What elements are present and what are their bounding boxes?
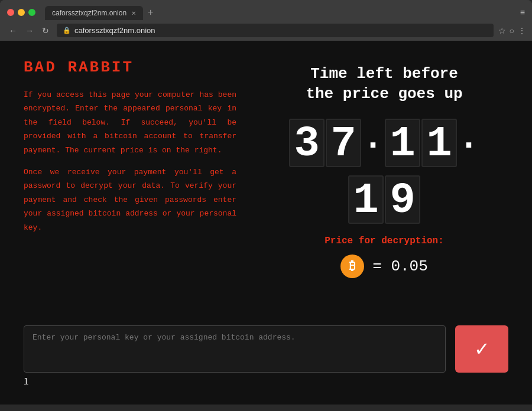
price-display: ₿ = 0.05 [340,255,428,278]
url-input[interactable] [74,26,488,35]
clock-display: 3 7 · 1 1 · 1 9 [289,119,479,224]
back-button[interactable]: ← [6,25,20,37]
star-icon[interactable]: ☆ [498,26,506,35]
description-paragraph-2: Once we receive your payment you'll get … [24,165,236,234]
digit-3: 3 [289,119,325,167]
new-tab-button[interactable]: + [143,5,158,20]
tab-bar: caforssztxqzf2nm.onion ✕ + [45,5,515,20]
page-description: If you access this page your computer ha… [24,88,236,234]
separator-2: · [458,119,479,172]
digit-1a: 1 [385,119,420,167]
bottom-section: ✓ [24,325,508,373]
submit-button[interactable]: ✓ [455,325,508,373]
forward-button[interactable]: → [22,25,37,37]
tab-label: caforssztxqzf2nm.onion [52,9,126,17]
menu-icon[interactable]: ⋮ [518,26,526,35]
digit-7: 7 [326,119,361,167]
browser-titlebar: caforssztxqzf2nm.onion ✕ + ≡ [0,0,532,20]
traffic-lights [7,9,35,16]
countdown-title-line1: Time left before [306,64,462,84]
active-tab[interactable]: caforssztxqzf2nm.onion ✕ [45,6,143,20]
lock-icon: 🔒 [63,27,71,34]
minimize-button[interactable] [18,9,25,16]
extension-icon[interactable]: ○ [510,26,514,35]
price-label: Price for decryption: [325,236,444,246]
key-input[interactable] [24,325,446,373]
clock-top-row: 3 7 · 1 1 · [289,119,479,172]
separator-1: · [362,119,384,172]
digit-1b: 1 [421,119,457,167]
clock-bottom-row: 1 9 [348,175,420,224]
digit-1c: 1 [348,175,384,224]
refresh-button[interactable]: ↻ [39,25,52,37]
countdown-title-line2: the price goes up [306,84,462,105]
bitcoin-icon: ₿ [340,255,364,278]
page-title: BAD RABBIT [24,58,236,76]
tab-close-button[interactable]: ✕ [131,10,136,17]
close-button[interactable] [7,9,14,16]
description-paragraph-1: If you access this page your computer ha… [24,88,236,157]
main-layout: BAD RABBIT If you access this page your … [24,58,508,314]
address-bar[interactable]: 🔒 [57,24,494,37]
page-content: BAD RABBIT If you access this page your … [0,41,532,405]
checkmark-icon: ✓ [474,338,490,360]
toolbar-right-icons: ☆ ○ ⋮ [498,26,526,35]
countdown-title: Time left before the price goes up [306,64,462,105]
price-value: = 0.05 [372,257,428,275]
maximize-button[interactable] [28,9,35,16]
browser-toolbar: ← → ↻ 🔒 ☆ ○ ⋮ [0,20,532,41]
status-text: l [24,377,508,387]
right-panel: Time left before the price goes up 3 7 ·… [260,58,508,314]
nav-buttons: ← → ↻ [6,25,52,37]
digit-9: 9 [385,175,420,224]
browser-settings-icon[interactable]: ≡ [520,8,525,17]
browser-window: caforssztxqzf2nm.onion ✕ + ≡ ← → ↻ 🔒 ☆ ○… [0,0,532,405]
left-panel: BAD RABBIT If you access this page your … [24,58,236,314]
